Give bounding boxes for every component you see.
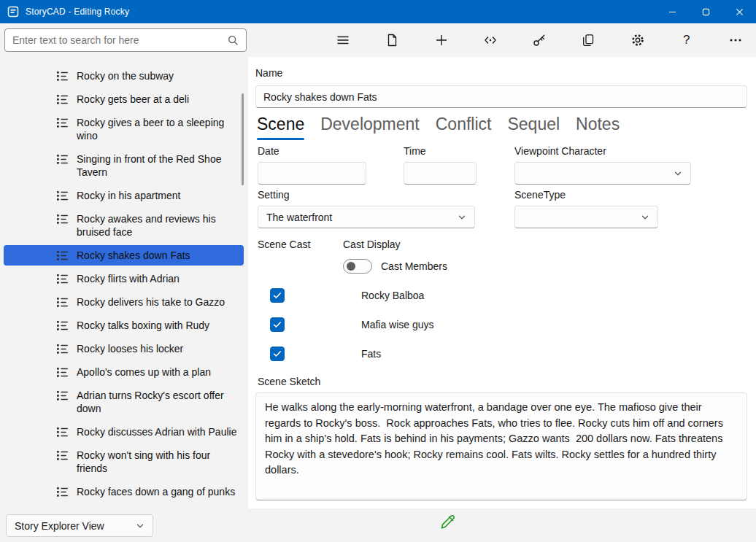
tree-item[interactable]: Rocky flirts with Adrian [4,268,244,289]
time-input[interactable] [404,162,477,185]
tab-notes[interactable]: Notes [576,115,620,140]
tree-item-label: Rocky awakes and reviews his bruised fac… [77,212,238,239]
tab-underline [320,138,420,140]
scene-list-icon [56,320,69,332]
tree-item-label: Rocky gives a beer to a sleeping wino [77,116,238,142]
tab-label: Scene [257,115,304,134]
cast-member-list: Rocky BalboaMafia wise guysFats [270,288,434,361]
setting-select[interactable]: The waterfront [258,206,475,228]
cast-members-toggle[interactable] [343,259,372,274]
tab-development[interactable]: Development [320,115,420,140]
help-button[interactable]: ? [672,27,701,53]
cast-member-checkbox[interactable] [270,288,285,303]
tree-item-label: Rocky gets beer at a deli [77,93,189,106]
tab-label: Sequel [507,115,560,134]
tab-sequel[interactable]: Sequel [507,115,560,140]
settings-button[interactable] [623,27,652,53]
tree-item[interactable]: Rocky delivers his take to Gazzo [4,292,244,312]
date-input[interactable] [258,162,366,185]
name-input[interactable] [255,85,747,108]
cast-display-label: Cast Display [343,239,401,250]
menu-icon [336,33,350,47]
tab-underline [436,138,492,140]
scene-sketch-label: Scene Sketch [258,376,320,387]
copy-button[interactable] [574,27,603,53]
app-icon [7,6,19,18]
toolbar: ? [0,23,756,57]
toolbar-buttons: ? [328,26,750,55]
tree-item-label: Rocky shakes down Fats [77,249,190,262]
maximize-icon [702,8,710,16]
close-icon [736,8,744,16]
chevron-down-icon [641,213,649,222]
chevron-down-icon [136,522,144,530]
tab-conflict[interactable]: Conflict [436,115,492,140]
scene-list-icon [56,190,69,202]
search-input[interactable] [5,34,227,46]
tree-item[interactable]: Rocky shakes down Fats [4,245,244,266]
tree-item[interactable]: Apollo's comes up with a plan [4,362,244,382]
add-element-button[interactable] [427,27,456,53]
tree-item[interactable]: Adrian turns Rocky's escort offer down [4,385,244,419]
edit-pencil-icon[interactable] [439,513,457,531]
tree-item[interactable]: Rocky talks boxing with Rudy [4,315,244,336]
tree-item[interactable]: Rocky faces down a gang of punks [4,481,244,502]
tree-item-label: Apollo's comes up with a plan [77,365,211,379]
tab-underline [507,138,560,140]
scene-sketch-editor[interactable]: He walks along the early-morning waterfr… [255,392,747,500]
minimize-icon [668,8,676,16]
new-document-button[interactable] [377,27,406,53]
tree-item-label: Rocky looses his locker [77,342,183,355]
more-icon [728,33,743,47]
settings-icon [630,33,645,47]
cast-member-checkbox[interactable] [270,317,285,332]
move-element-button[interactable] [476,27,505,53]
date-label: Date [258,145,279,157]
search-icon[interactable] [227,34,239,46]
tab-scene[interactable]: Scene [257,115,304,140]
view-selector-value: Story Explorer View [15,520,104,532]
scene-list-icon [56,273,69,285]
tree-item[interactable]: Rocky looses his locker [4,338,244,359]
setting-value: The waterfront [266,212,332,223]
tree-item[interactable]: Rocky won't sing with his four friends [4,445,244,479]
scene-list-icon [56,343,69,355]
tree-item[interactable]: Rocky gives a beer to a sleeping wino [4,112,244,146]
scene-type-label: SceneType [514,189,566,201]
tab-underline [257,138,304,140]
tree-item-label: Rocky discusses Adrian with Paulie [77,425,236,438]
tree-item[interactable]: Rocky discusses Adrian with Paulie [4,422,244,442]
view-selector[interactable]: Story Explorer View [6,514,153,537]
tree-item[interactable]: Rocky gets beer at a deli [4,89,244,109]
tab-label: Development [320,115,420,134]
more-options-button[interactable] [721,27,750,53]
minimize-button[interactable] [655,0,689,23]
tab-label: Conflict [436,115,492,134]
scene-list-icon [56,426,69,438]
maximize-button[interactable] [689,0,722,23]
menu-button[interactable] [328,27,358,53]
toggle-knob [347,262,355,271]
tree-item[interactable]: Rocky in his apartment [4,185,244,206]
tree-item[interactable]: Rocky awakes and reviews his bruised fac… [4,209,244,242]
tree-item[interactable]: Rocky on the subway [4,66,244,86]
titlebar: StoryCAD - Editing Rocky [0,0,756,23]
cast-member-row: Mafia wise guys [270,317,434,332]
cast-members-toggle-row: Cast Members [343,259,447,274]
scene-tree: Rocky on the subwayRocky gets beer at a … [0,57,248,508]
tree-item-label: Rocky talks boxing with Rudy [77,319,209,332]
search-box[interactable] [4,28,247,52]
key-tools-button[interactable] [525,27,554,53]
tree-item[interactable]: Singing in front of the Red Shoe Tavern [4,149,244,182]
cast-member-checkbox[interactable] [270,347,285,361]
scene-list-icon [56,449,69,462]
scene-list-icon [56,366,69,379]
tree-item-label: Rocky faces down a gang of punks [77,485,235,498]
sidebar-scrollbar[interactable] [242,93,244,185]
viewpoint-character-select[interactable] [514,162,691,185]
tab-label: Notes [576,115,620,134]
scene-list-icon [56,296,69,309]
scene-list-icon [56,213,69,225]
scene-type-select[interactable] [514,206,658,228]
close-button[interactable] [722,0,756,23]
